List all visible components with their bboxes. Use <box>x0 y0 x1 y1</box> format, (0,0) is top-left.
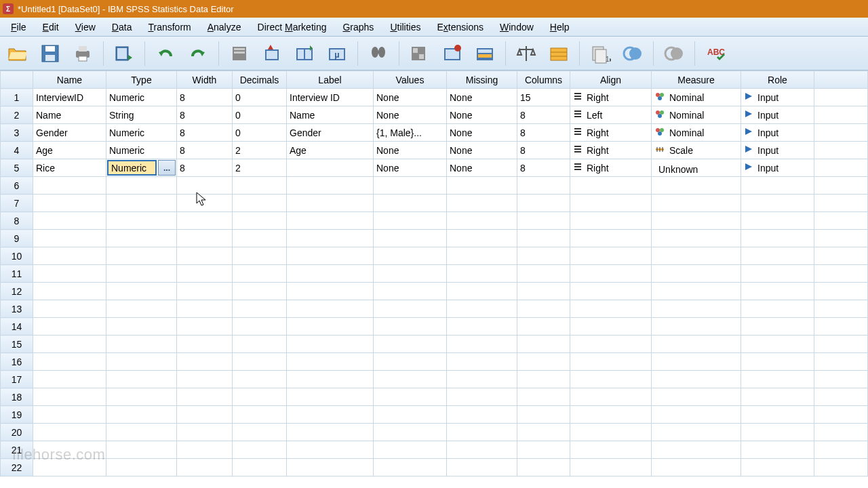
cell-values[interactable]: None <box>374 159 447 177</box>
col-type[interactable]: Type <box>106 71 177 89</box>
row-header[interactable]: 12 <box>1 283 33 300</box>
cell-name[interactable]: InterviewID <box>33 89 106 106</box>
menu-view[interactable]: View <box>67 20 104 35</box>
cell-missing[interactable]: None <box>447 124 517 142</box>
col-width[interactable]: Width <box>177 71 233 89</box>
cell-decimals[interactable]: 0 <box>233 124 287 142</box>
sets-dim-icon[interactable] <box>660 40 688 67</box>
row-header[interactable]: 2 <box>1 106 33 124</box>
cell-width[interactable]: 8 <box>177 159 233 177</box>
cell-decimals[interactable]: 2 <box>233 159 287 177</box>
cell-name[interactable]: Rice <box>33 159 106 177</box>
row-header[interactable]: 18 <box>1 388 33 406</box>
cell-width[interactable]: 8 <box>177 106 233 124</box>
col-name[interactable]: Name <box>33 71 106 89</box>
cell-label[interactable]: Name <box>287 106 374 124</box>
goto-variable-icon[interactable] <box>258 40 285 67</box>
cell-role[interactable]: Input <box>741 124 814 142</box>
row-header[interactable]: 11 <box>1 265 33 283</box>
cell-name[interactable]: Age <box>33 142 106 159</box>
undo-icon[interactable] <box>152 40 179 67</box>
cell-type[interactable]: Numeric <box>106 89 177 106</box>
cell-columns[interactable]: 8 <box>517 142 570 159</box>
cell-align[interactable]: Right <box>570 124 652 142</box>
col-missing[interactable]: Missing <box>447 71 517 89</box>
row-header[interactable]: 6 <box>1 177 33 195</box>
row-header[interactable]: 8 <box>1 212 33 230</box>
row-header[interactable]: 3 <box>1 124 33 142</box>
cell-decimals[interactable]: 2 <box>233 142 287 159</box>
variables-icon[interactable] <box>291 40 318 67</box>
cell-align[interactable]: Right <box>570 159 652 177</box>
cell-measure[interactable]: Nominal <box>652 106 741 124</box>
cell-decimals[interactable]: 0 <box>233 89 287 106</box>
row-header[interactable]: 13 <box>1 300 33 318</box>
use-sets-icon[interactable]: 1▸ <box>587 40 614 67</box>
cell-label[interactable]: Interview ID <box>287 89 374 106</box>
show-all-icon[interactable] <box>619 40 646 67</box>
cell-width[interactable]: 8 <box>177 89 233 106</box>
cell-align[interactable]: Right <box>570 89 652 106</box>
cell-role[interactable]: Input <box>741 89 814 106</box>
cell-type[interactable]: String <box>106 106 177 124</box>
menu-file[interactable]: File <box>3 20 35 35</box>
row-header[interactable]: 10 <box>1 247 33 265</box>
row-header[interactable]: 14 <box>1 318 33 336</box>
cell-label[interactable]: Gender <box>287 124 374 142</box>
cell-label[interactable] <box>287 159 374 177</box>
cell-missing[interactable]: None <box>447 89 517 106</box>
menu-edit[interactable]: Edit <box>35 20 67 35</box>
cell-role[interactable]: Input <box>741 142 814 159</box>
menu-graphs[interactable]: Graphs <box>334 20 382 35</box>
row-header[interactable]: 1 <box>1 89 33 106</box>
cell-decimals[interactable]: 0 <box>233 106 287 124</box>
recall-dialog-icon[interactable] <box>111 40 138 67</box>
cell-role[interactable]: Input <box>741 106 814 124</box>
col-align[interactable]: Align <box>570 71 652 89</box>
cell-measure[interactable]: Scale <box>652 142 741 159</box>
scales-icon[interactable] <box>513 40 540 67</box>
row-header[interactable]: 5 <box>1 159 33 177</box>
cell-missing[interactable]: None <box>447 142 517 159</box>
redo-icon[interactable] <box>184 40 212 67</box>
row-header[interactable]: 16 <box>1 353 33 371</box>
cell-values[interactable]: None <box>374 106 447 124</box>
goto-case-icon[interactable] <box>226 40 253 67</box>
cell-columns[interactable]: 8 <box>517 124 570 142</box>
cell-values[interactable]: {1, Male}... <box>374 124 447 142</box>
menu-window[interactable]: Window <box>492 20 542 35</box>
select-cases-icon[interactable] <box>471 40 498 67</box>
cell-values[interactable]: None <box>374 142 447 159</box>
cell-role[interactable]: Input <box>741 159 814 177</box>
col-values[interactable]: Values <box>374 71 447 89</box>
print-icon[interactable] <box>69 40 96 67</box>
cell-width[interactable]: 8 <box>177 124 233 142</box>
col-role[interactable]: Role <box>741 71 814 89</box>
row-header[interactable]: 15 <box>1 336 33 353</box>
menu-data[interactable]: Data <box>104 20 140 35</box>
corner-cell[interactable] <box>1 71 33 89</box>
row-header[interactable]: 17 <box>1 371 33 388</box>
row-header[interactable]: 7 <box>1 195 33 212</box>
col-columns[interactable]: Columns <box>517 71 570 89</box>
cell-columns[interactable]: 8 <box>517 106 570 124</box>
open-icon[interactable] <box>4 40 31 67</box>
cell-columns[interactable]: 8 <box>517 159 570 177</box>
cell-values[interactable]: None <box>374 89 447 106</box>
menu-extensions[interactable]: Extensions <box>429 20 492 35</box>
col-measure[interactable]: Measure <box>652 71 741 89</box>
cell-type[interactable]: Numeric <box>106 142 177 159</box>
menu-analyze[interactable]: Analyze <box>199 20 250 35</box>
menu-direct-marketing[interactable]: Direct Marketing <box>250 20 335 35</box>
cell-missing[interactable]: None <box>447 106 517 124</box>
cell-align[interactable]: Right <box>570 142 652 159</box>
run-descriptives-icon[interactable]: μ <box>323 40 351 67</box>
cell-name[interactable]: Gender <box>33 124 106 142</box>
row-header[interactable]: 20 <box>1 424 33 441</box>
row-header[interactable]: 21 <box>1 441 33 459</box>
split-file-icon[interactable] <box>406 40 433 67</box>
row-header[interactable]: 4 <box>1 142 33 159</box>
cell-label[interactable]: Age <box>287 142 374 159</box>
row-header[interactable]: 22 <box>1 459 33 476</box>
save-icon[interactable] <box>37 40 64 67</box>
